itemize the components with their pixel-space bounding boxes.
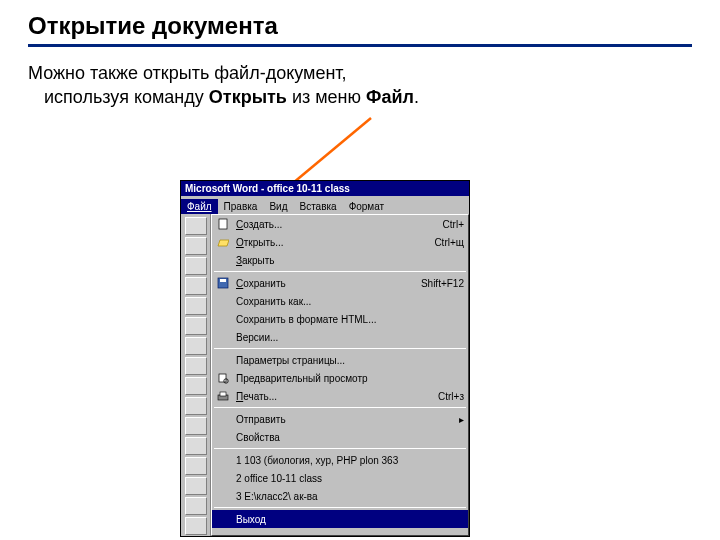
preview-icon <box>216 371 230 385</box>
menu-item-close[interactable]: Закрыть <box>212 251 468 269</box>
titlebar: Microsoft Word - office 10-11 class <box>181 181 469 196</box>
toolbar-button[interactable] <box>185 457 207 475</box>
toolbar-button[interactable] <box>185 497 207 515</box>
menu-item-print[interactable]: Печать... Ctrl+з <box>212 387 468 405</box>
toolbar-button[interactable] <box>185 217 207 235</box>
toolbar-button[interactable] <box>185 237 207 255</box>
open-folder-icon <box>216 235 230 249</box>
menu-file[interactable]: Файл <box>181 199 218 214</box>
toolbar-button[interactable] <box>185 357 207 375</box>
toolbar-button[interactable] <box>185 397 207 415</box>
svg-marker-3 <box>218 240 229 246</box>
menu-format[interactable]: Формат <box>343 199 391 214</box>
menu-item-recent3[interactable]: 3 E:\класс2\ ак-ва <box>212 487 468 505</box>
menu-separator <box>214 448 466 449</box>
menu-separator <box>214 271 466 272</box>
toolbar-button[interactable] <box>185 517 207 535</box>
menu-item-send[interactable]: Отправить ▸ <box>212 410 468 428</box>
menu-item-saveas[interactable]: Сохранить как... <box>212 292 468 310</box>
menu-item-recent1[interactable]: 1 103 (биология, хур, РНР plon 363 <box>212 451 468 469</box>
menu-separator <box>214 407 466 408</box>
menu-item-properties[interactable]: Свойства <box>212 428 468 446</box>
menu-separator <box>214 348 466 349</box>
svg-rect-6 <box>219 374 226 382</box>
word-window-screenshot: Microsoft Word - office 10-11 class Файл… <box>180 180 470 537</box>
toolbar-button[interactable] <box>185 277 207 295</box>
save-disk-icon <box>216 276 230 290</box>
toolbar-button[interactable] <box>185 377 207 395</box>
printer-icon <box>216 389 230 403</box>
menu-item-printpreview[interactable]: Предварительный просмотр <box>212 369 468 387</box>
menu-item-savehtml[interactable]: Сохранить в формате HTML... <box>212 310 468 328</box>
toolbar-button[interactable] <box>185 297 207 315</box>
menu-item-pagesetup[interactable]: Параметры страницы... <box>212 351 468 369</box>
toolbar-button[interactable] <box>185 257 207 275</box>
svg-rect-2 <box>219 219 227 229</box>
menu-item-open[interactable]: Открыть... Ctrl+щ <box>212 233 468 251</box>
menu-view[interactable]: Вид <box>263 199 293 214</box>
toolbar-button[interactable] <box>185 437 207 455</box>
body-text: Можно также открыть файл-документ, испол… <box>28 61 692 110</box>
menu-item-versions[interactable]: Версии... <box>212 328 468 346</box>
menu-edit[interactable]: Правка <box>218 199 264 214</box>
horizontal-rule <box>28 44 692 47</box>
svg-rect-5 <box>220 279 226 282</box>
file-dropdown-menu: Создать... Ctrl+ Открыть... Ctrl+щ Закры… <box>211 214 469 536</box>
page-title: Открытие документа <box>28 12 692 40</box>
svg-rect-9 <box>220 392 226 396</box>
new-doc-icon <box>216 217 230 231</box>
toolbar-button[interactable] <box>185 417 207 435</box>
menu-item-save[interactable]: Сохранить Shift+F12 <box>212 274 468 292</box>
menu-item-exit[interactable]: Выход <box>212 510 468 528</box>
toolbar-button[interactable] <box>185 337 207 355</box>
menubar: Файл Правка Вид Вставка Формат <box>181 196 469 214</box>
menu-insert[interactable]: Вставка <box>293 199 342 214</box>
menu-item-new[interactable]: Создать... Ctrl+ <box>212 215 468 233</box>
toolbar-button[interactable] <box>185 317 207 335</box>
left-toolbar <box>181 214 211 536</box>
menu-item-recent2[interactable]: 2 office 10-11 class <box>212 469 468 487</box>
menu-separator <box>214 507 466 508</box>
toolbar-button[interactable] <box>185 477 207 495</box>
